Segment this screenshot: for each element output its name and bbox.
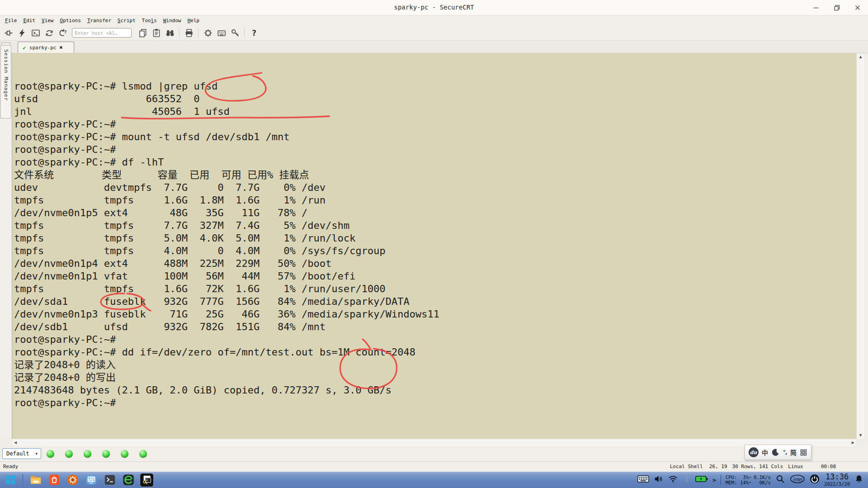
status-led xyxy=(139,450,147,458)
tab-bar: ✔ sparky-pc ✖ xyxy=(0,41,868,53)
mem-value: 14% xyxy=(737,480,749,485)
menu-view[interactable]: View xyxy=(38,17,57,24)
notification-bell-icon[interactable] xyxy=(854,474,863,486)
volume-icon[interactable] xyxy=(654,474,664,486)
terminal-line: 文件系统 类型 容量 已用 可用 已用% 挂载点 xyxy=(14,169,856,181)
terminal-line: tmpfs tmpfs 1.6G 1.8M 1.6G 1% /run xyxy=(14,194,856,207)
taskbar-app-terminal[interactable] xyxy=(103,473,117,487)
wifi-icon[interactable] xyxy=(668,474,678,486)
taskbar-app-control-center[interactable] xyxy=(84,473,98,487)
clock-date: 2022/3/20 xyxy=(824,482,850,487)
menu-options[interactable]: Options xyxy=(57,17,84,24)
disconnect-icon[interactable]: ? xyxy=(57,27,69,39)
status-terminal-info: 26, 19 30 Rows, 141 Cols Linux xyxy=(709,464,803,469)
taskbar: > CPU:3%▴0.1K/s MEM:14%▾0K/s intel 13:36… xyxy=(0,472,868,488)
close-button[interactable] xyxy=(847,0,868,15)
menu-edit[interactable]: Edit xyxy=(20,17,39,24)
terminal-line: tmpfs tmpfs 4.0M 0 4.0M 0% /sys/fs/cgrou… xyxy=(14,245,856,257)
terminal-line: 记录了2048+0 的写出 xyxy=(14,371,856,384)
menu-help[interactable]: Help xyxy=(184,17,203,24)
emulation-type: Linux xyxy=(788,464,803,469)
cpu-label: CPU: xyxy=(726,474,737,480)
punctuation-mode-icon[interactable]: °, xyxy=(783,449,787,455)
toolbar: ?? xyxy=(0,25,868,41)
window-title: sparky-pc - SecureCRT xyxy=(394,4,474,11)
terminal-line: root@sparky-PC:~# mount -t ufsd /dev/sdb… xyxy=(14,131,856,143)
scroll-right-icon[interactable]: ▶ xyxy=(852,441,854,445)
terminal-screen[interactable]: root@sparky-PC:~# lsmod |grep ufsdufsd 6… xyxy=(12,53,856,439)
quick-connect-host-input[interactable] xyxy=(72,28,132,38)
taskbar-apps xyxy=(0,473,154,487)
scroll-left-icon[interactable]: ◀ xyxy=(14,441,17,445)
session-manager-tab[interactable]: Session Manager xyxy=(0,45,11,118)
battery-icon[interactable] xyxy=(695,475,708,484)
power-icon[interactable] xyxy=(810,474,820,486)
status-ready: Ready xyxy=(3,464,18,469)
options-gear-icon[interactable] xyxy=(202,27,214,39)
system-monitor[interactable]: CPU:3%▴0.1K/s MEM:14%▾0K/s xyxy=(726,474,771,485)
terminal-line: /dev/nvme0n1p3 fuseblk 71G 25G 46G 36% /… xyxy=(14,308,856,321)
button-bar: Default ▼ xyxy=(0,446,868,461)
terminal-line: /dev/nvme0n1p4 ext4 488M 225M 229M 50% /… xyxy=(14,257,856,270)
connect-in-tab-icon[interactable] xyxy=(29,27,42,39)
quick-connect-icon[interactable] xyxy=(16,27,28,39)
night-mode-moon-icon[interactable] xyxy=(772,448,780,456)
baidu-ime-logo-icon[interactable]: du xyxy=(749,447,759,457)
chevron-down-icon: ▼ xyxy=(33,451,39,457)
terminal-line: root@sparky-PC:~# xyxy=(14,143,856,156)
simplified-chinese-icon[interactable]: 简 xyxy=(790,448,797,457)
clock-time: 13:36 xyxy=(824,473,850,481)
menu-tools[interactable]: Tools xyxy=(139,17,160,24)
menu-transfer[interactable]: Transfer xyxy=(84,17,114,24)
intel-badge-icon: intel xyxy=(790,474,805,485)
taskbar-app-app-store[interactable] xyxy=(47,473,61,487)
horizontal-scrollbar[interactable]: ◀ ▶ xyxy=(12,439,856,446)
main-area: root@sparky-PC:~# lsmod |grep ufsdufsd 6… xyxy=(0,53,868,439)
vertical-scrollbar[interactable]: ▲ ▼ xyxy=(856,53,864,439)
paste-icon[interactable] xyxy=(150,27,162,39)
status-led-row xyxy=(41,450,147,458)
taskbar-app-settings[interactable] xyxy=(66,473,80,487)
reconnect-icon[interactable] xyxy=(43,27,55,39)
session-tab[interactable]: ✔ sparky-pc ✖ xyxy=(18,42,74,53)
minimize-button[interactable] xyxy=(806,0,826,15)
menu-window[interactable]: Window xyxy=(160,17,185,24)
scroll-up-icon[interactable]: ▲ xyxy=(859,55,862,59)
maximize-restore-button[interactable] xyxy=(826,0,847,15)
connect-icon[interactable] xyxy=(2,27,14,39)
find-icon[interactable] xyxy=(164,27,176,39)
upload-rate: 0.1K/s xyxy=(752,474,771,480)
taskbar-app-file-manager[interactable] xyxy=(28,473,43,487)
menu-bar: FileEditViewOptionsTransferScriptToolsWi… xyxy=(0,15,868,25)
keymap-profile-select[interactable]: Default ▼ xyxy=(2,448,41,459)
help-icon[interactable]: ? xyxy=(248,27,260,39)
taskbar-app-browser[interactable] xyxy=(121,473,135,487)
keymap-icon[interactable] xyxy=(215,27,228,39)
taskbar-app-securecrt[interactable] xyxy=(140,473,154,487)
terminal-output: root@sparky-PC:~# lsmod |grep ufsdufsd 6… xyxy=(14,80,856,409)
menu-file[interactable]: File xyxy=(2,17,20,24)
tray-expand-icon[interactable]: > xyxy=(712,477,716,483)
key-icon[interactable] xyxy=(229,27,241,39)
taskbar-app-start[interactable] xyxy=(3,473,17,487)
scroll-down-icon[interactable]: ▼ xyxy=(859,433,862,437)
tab-close-icon[interactable]: ✖ xyxy=(59,44,62,51)
copy-icon[interactable] xyxy=(137,27,149,39)
keyboard-layout-icon[interactable] xyxy=(637,475,649,485)
search-icon[interactable] xyxy=(775,474,785,486)
status-led xyxy=(121,450,128,458)
terminal-line: root@sparky-PC:~# dd if=/dev/zero of=/mn… xyxy=(14,346,856,359)
status-bar: Ready Local Shell 26, 19 30 Rows, 141 Co… xyxy=(0,461,868,472)
bluetooth-icon[interactable] xyxy=(683,474,691,486)
session-manager-label: Session Manager xyxy=(3,49,9,101)
print-icon[interactable] xyxy=(183,27,195,39)
upload-arrow-icon: ▴ xyxy=(749,474,751,480)
svg-text:?: ? xyxy=(252,28,256,38)
terminal-line: root@sparky-PC:~# df -lhT xyxy=(14,156,856,169)
menu-script[interactable]: Script xyxy=(114,17,139,24)
clock[interactable]: 13:36 2022/3/20 xyxy=(824,473,850,487)
terminal-line: tmpfs tmpfs 1.6G 72K 1.6G 1% /run/user/1… xyxy=(14,283,856,295)
virtual-keyboard-grid-icon[interactable] xyxy=(800,449,807,456)
chinese-mode-icon[interactable]: 中 xyxy=(762,448,768,457)
toolbar-separator xyxy=(244,28,245,38)
